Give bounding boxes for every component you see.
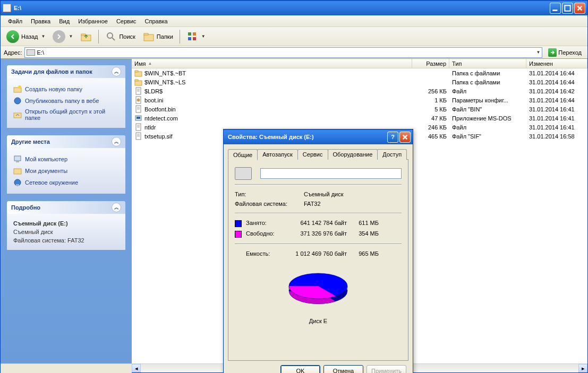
menu-file[interactable]: Файл [4,16,27,26]
file-date: 31.01.2014 16:41 [526,124,587,131]
dialog-tabs: Общие Автозапуск Сервис Оборудование Дос… [228,149,408,160]
tab-hardware[interactable]: Оборудование [328,149,378,160]
up-button[interactable] [78,29,95,44]
column-size[interactable]: Размер [412,59,449,68]
drive-icon [3,4,11,12]
ok-button[interactable]: OK [280,365,320,373]
file-size [412,82,449,83]
back-icon [6,30,19,43]
tasks-panel-header[interactable]: Задачи для файлов и папок ︽ [7,65,125,78]
menu-help[interactable]: Справка [141,16,172,26]
file-size [412,73,449,74]
column-name[interactable]: Имя▲ [132,59,412,68]
file-icon [134,78,142,86]
svg-rect-21 [135,71,138,72]
tasks-sidebar: Задачи для файлов и папок ︽ Создать нову… [1,59,132,363]
views-button[interactable]: ▼ [184,29,208,44]
tab-general[interactable]: Общие [228,149,258,160]
dialog-titlebar[interactable]: Свойства: Съемный диск (E:) ? [224,129,413,144]
forward-button[interactable]: ▼ [50,29,75,45]
maximize-button[interactable] [562,3,573,14]
details-panel-header[interactable]: Подробно ︽ [7,201,125,214]
column-date[interactable]: Изменен [526,59,587,68]
list-header: Имя▲ Размер Тип Изменен [132,59,587,68]
folders-button[interactable]: Папки [140,29,176,44]
views-icon [186,31,198,42]
scroll-left-button[interactable]: ◂ [132,364,141,372]
file-size: 1 КБ [412,97,449,104]
tab-tools[interactable]: Сервис [297,149,328,160]
fs-value: FAT32 [304,201,321,207]
dialog-title: Свойства: Съемный диск (E:) [226,134,387,140]
svg-rect-29 [137,117,140,119]
minimize-button[interactable] [550,3,561,14]
used-swatch [235,220,242,227]
task-new-folder[interactable]: Создать новую папку [13,83,119,95]
file-name: $WIN_NT$.~LS [144,79,185,85]
file-size: 465 КБ [412,133,449,140]
file-row[interactable]: $LDR$256 КБФайл31.01.2014 16:42 [132,86,587,96]
addressbar: Адрес: E:\ ▼ Переход [1,46,587,59]
file-size: 256 КБ [412,88,449,95]
chevron-down-icon[interactable]: ▼ [536,50,540,55]
collapse-icon[interactable]: ︽ [112,67,121,76]
apply-button[interactable]: Применить [367,365,406,373]
chevron-down-icon: ▼ [41,34,46,39]
tab-sharing[interactable]: Доступ [377,149,407,160]
free-bytes: 371 326 976 байт [283,230,347,238]
search-button[interactable]: Поиск [103,29,138,44]
file-icon [134,132,142,140]
chevron-down-icon: ▼ [201,34,206,39]
address-input[interactable]: E:\ ▼ [24,47,543,58]
free-swatch [235,231,242,238]
place-mydocs[interactable]: Мои документы [13,165,119,177]
properties-dialog: Свойства: Съемный диск (E:) ? Общие Авто… [223,129,413,373]
file-row[interactable]: ntdetect.com47 КБПриложение MS-DOS31.01.… [132,114,587,123]
pie-chart [235,266,402,315]
details-panel: Подробно ︽ Съемный диск (E:) Съемный дис… [7,201,125,250]
menu-favorites[interactable]: Избранное [74,16,112,26]
back-button[interactable]: Назад ▼ [4,29,48,45]
menu-edit[interactable]: Правка [27,16,55,26]
file-date: 31.01.2014 16:44 [526,79,587,86]
file-row[interactable]: $WIN_NT$.~BTПапка с файлами31.01.2014 16… [132,68,587,77]
used-mb: 611 МБ [347,220,379,227]
used-label: Занято: [246,220,283,227]
file-name: $WIN_NT$.~BT [144,70,186,76]
place-mycomputer[interactable]: Мой компьютер [13,153,119,165]
file-row[interactable]: boot.ini1 КБПараметры конфиг...31.01.201… [132,96,587,105]
tab-autoplay[interactable]: Автозапуск [257,149,298,160]
menu-view[interactable]: Вид [55,16,74,26]
help-button[interactable]: ? [387,132,398,143]
file-date: 31.01.2014 16:41 [526,115,587,122]
task-share[interactable]: Открыть общий доступ к этой папке [13,107,119,123]
collapse-icon[interactable]: ︽ [112,203,121,212]
scroll-right-button[interactable]: ▸ [578,364,587,372]
file-row[interactable]: Bootfont.bin5 КБФайл "BIN"31.01.2014 16:… [132,105,587,114]
volume-label-input[interactable] [260,168,402,179]
file-icon [134,105,142,113]
file-type: Папка с файлами [449,79,526,86]
file-type: Файл [449,88,526,95]
titlebar[interactable]: E:\ [1,1,587,15]
svg-rect-3 [81,34,86,36]
file-size: 5 КБ [412,106,449,113]
close-button[interactable] [574,3,585,14]
collapse-icon[interactable]: ︽ [112,137,121,146]
column-type[interactable]: Тип [449,59,526,68]
file-icon [134,123,142,131]
place-network[interactable]: Сетевое окружение [13,177,119,188]
go-button[interactable]: Переход [546,47,584,58]
svg-rect-8 [193,32,196,36]
sidebar-corner [1,364,132,373]
menu-tools[interactable]: Сервис [112,16,141,26]
capacity-mb: 965 МБ [347,250,379,257]
capacity-bytes: 1 012 469 760 байт [283,250,347,257]
file-row[interactable]: $WIN_NT$.~LSПапка с файлами31.01.2014 16… [132,77,587,86]
free-label: Свободно: [246,230,283,238]
cancel-button[interactable]: Отмена [323,365,363,373]
svg-point-4 [107,33,113,38]
task-publish[interactable]: Опубликовать папку в вебе [13,95,119,107]
dialog-close-button[interactable] [399,132,411,143]
places-panel-header[interactable]: Другие места ︽ [7,135,125,148]
